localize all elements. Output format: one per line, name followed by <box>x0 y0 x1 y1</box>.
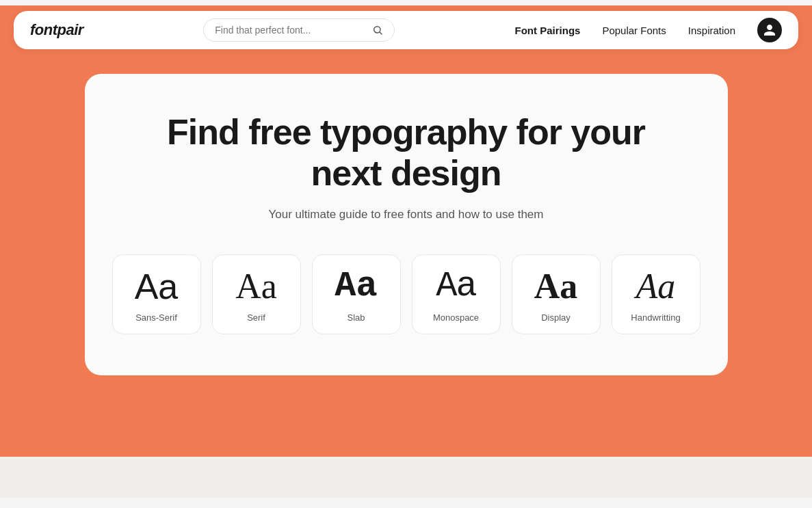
user-icon <box>763 23 776 37</box>
main-card: Find free typography for your next desig… <box>85 74 728 375</box>
font-card-display[interactable]: Aa Display <box>512 254 601 334</box>
svg-line-1 <box>380 32 382 34</box>
bottom-section <box>0 457 812 498</box>
font-label-handwriting: Handwritting <box>631 312 680 323</box>
font-label-slab: Slab <box>347 312 365 323</box>
font-card-slab[interactable]: Aa Slab <box>312 254 401 334</box>
search-input[interactable] <box>215 25 367 36</box>
logo[interactable]: fontpair <box>30 21 83 39</box>
hero-title: Find free typography for your next desig… <box>126 112 687 194</box>
search-container <box>203 18 395 42</box>
font-sample-handwriting: Aa <box>636 269 676 304</box>
nav-links: Font Pairings Popular Fonts Inspiration <box>515 18 782 42</box>
hero-background: Find free typography for your next desig… <box>0 5 812 457</box>
font-label-display: Display <box>541 312 571 323</box>
nav-popular-fonts[interactable]: Popular Fonts <box>602 25 666 36</box>
navbar: fontpair Font Pairings Popular Fonts Ins… <box>14 11 798 49</box>
nav-font-pairings[interactable]: Font Pairings <box>515 25 581 36</box>
search-bar <box>203 18 395 42</box>
font-label-monospace: Monospace <box>433 312 479 323</box>
font-sample-slab: Aa <box>335 269 377 304</box>
font-card-sans-serif[interactable]: Aa Sans-Serif <box>112 254 201 334</box>
font-card-handwriting[interactable]: Aa Handwritting <box>612 254 700 334</box>
font-categories: Aa Sans-Serif Aa Serif Aa Slab Aa Monosp… <box>126 254 687 334</box>
font-sample-sans-serif: Aa <box>135 269 179 304</box>
nav-inspiration[interactable]: Inspiration <box>688 25 735 36</box>
search-icon <box>372 25 383 36</box>
font-card-monospace[interactable]: Aa Monospace <box>412 254 501 334</box>
font-sample-monospace: Aa <box>436 269 475 304</box>
font-sample-display: Aa <box>534 269 578 304</box>
hero-subtitle: Your ultimate guide to free fonts and ho… <box>126 208 687 222</box>
user-avatar[interactable] <box>757 18 782 42</box>
font-label-serif: Serif <box>247 312 265 323</box>
font-card-serif[interactable]: Aa Serif <box>212 254 301 334</box>
font-sample-serif: Aa <box>235 269 277 304</box>
font-label-sans-serif: Sans-Serif <box>135 312 177 323</box>
